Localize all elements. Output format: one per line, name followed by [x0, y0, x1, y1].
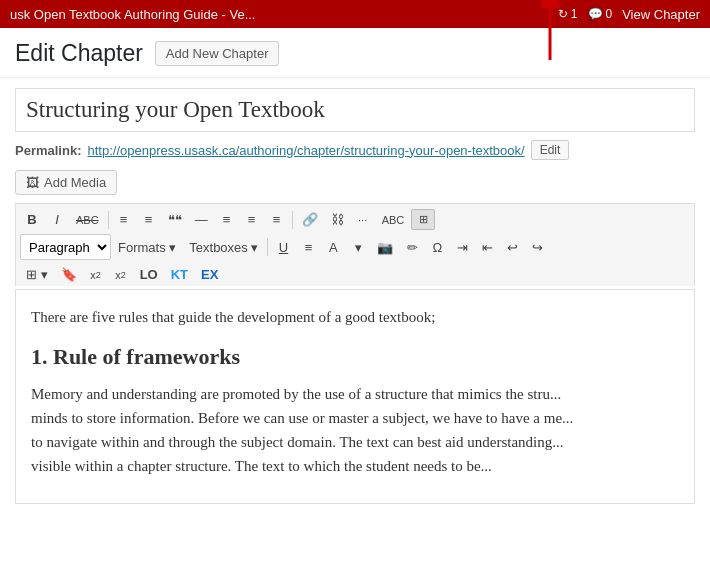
comment-count: 0: [606, 7, 613, 21]
toolbar-row-3: ⊞ ▾ 🔖 x2 x2 LO KT EX: [20, 263, 690, 286]
content-area: Permalink: http://openpress.usask.ca/aut…: [0, 78, 710, 514]
kt-button[interactable]: KT: [165, 263, 194, 286]
lo-button[interactable]: LO: [134, 263, 164, 286]
toolbar-separator-1: [108, 211, 109, 229]
chapter-title-input[interactable]: [15, 88, 695, 132]
ex-button[interactable]: EX: [195, 263, 224, 286]
ordered-list-button[interactable]: ≡: [137, 208, 161, 231]
toolbar-separator-2: [292, 211, 293, 229]
sync-count: 1: [571, 7, 578, 21]
link-button[interactable]: 🔗: [296, 208, 324, 231]
toolbar-separator-3: [267, 238, 268, 256]
admin-bar-title: usk Open Textbook Authoring Guide - Ve..…: [10, 7, 548, 22]
admin-bar: usk Open Textbook Authoring Guide - Ve..…: [0, 0, 710, 28]
indent-decrease-button[interactable]: ⇤: [475, 236, 499, 259]
italic-button[interactable]: I: [45, 208, 69, 231]
permalink-link[interactable]: http://openpress.usask.ca/authoring/chap…: [87, 143, 524, 158]
sync-icon-group: ↻ 1: [558, 7, 578, 21]
editor-body: Memory and understanding are promoted by…: [31, 382, 679, 478]
text-color-dropdown[interactable]: ▾: [346, 236, 370, 259]
add-media-label: Add Media: [44, 175, 106, 190]
paragraph-select[interactable]: Paragraph: [20, 234, 111, 260]
sync-icon: ↻: [558, 7, 568, 21]
align-left-button[interactable]: ≡: [215, 208, 239, 231]
unlink-button[interactable]: ⛓: [325, 208, 350, 231]
unordered-list-button[interactable]: ≡: [112, 208, 136, 231]
justify-button[interactable]: ≡: [296, 236, 320, 259]
omega-button[interactable]: Ω: [425, 236, 449, 259]
add-media-row: 🖼 Add Media: [15, 170, 695, 195]
align-center-button[interactable]: ≡: [240, 208, 264, 231]
toolbar-row-2: Paragraph Formats ▾ Textboxes ▾ U ≡ A ▾ …: [20, 234, 690, 260]
page-header: Edit Chapter Add New Chapter: [0, 28, 710, 78]
bookmark-button[interactable]: 🔖: [55, 263, 83, 286]
editor-heading-1: 1. Rule of frameworks: [31, 339, 679, 374]
strikethrough-button[interactable]: ABC: [70, 210, 105, 230]
underline-button[interactable]: U: [271, 236, 295, 259]
add-media-button[interactable]: 🖼 Add Media: [15, 170, 117, 195]
view-chapter-link[interactable]: View Chapter: [622, 7, 700, 22]
hr-button[interactable]: —: [189, 208, 214, 231]
subscript-button[interactable]: x2: [109, 265, 133, 285]
comment-icon: 💬: [588, 7, 603, 21]
permalink-label: Permalink:: [15, 143, 81, 158]
media-insert-button[interactable]: 📷: [371, 236, 399, 259]
editor-content[interactable]: There are five rules that guide the deve…: [15, 289, 695, 504]
indent-increase-button[interactable]: ⇥: [450, 236, 474, 259]
fullscreen-button[interactable]: ⊞: [411, 209, 435, 230]
insert-more-button[interactable]: ···: [351, 210, 375, 230]
editor-intro: There are five rules that guide the deve…: [31, 305, 679, 329]
permalink-row: Permalink: http://openpress.usask.ca/aut…: [15, 140, 695, 160]
table-button[interactable]: ⊞ ▾: [20, 263, 54, 286]
redo-button[interactable]: ↪: [525, 236, 549, 259]
blockquote-button[interactable]: ❝❝: [162, 208, 188, 231]
undo-button[interactable]: ↩: [500, 236, 524, 259]
textboxes-button[interactable]: Textboxes ▾: [183, 236, 264, 259]
admin-bar-icons: ↻ 1 💬 0: [558, 7, 612, 21]
align-right-button[interactable]: ≡: [265, 208, 289, 231]
highlight-button[interactable]: ✏: [400, 236, 424, 259]
editor-toolbar: B I ABC ≡ ≡ ❝❝ — ≡ ≡ ≡ 🔗 ⛓ ··· ABC ⊞: [15, 203, 695, 286]
bold-button[interactable]: B: [20, 208, 44, 231]
formats-button[interactable]: Formats ▾: [112, 236, 182, 259]
add-new-chapter-button[interactable]: Add New Chapter: [155, 41, 280, 66]
toolbar-row-1: B I ABC ≡ ≡ ❝❝ — ≡ ≡ ≡ 🔗 ⛓ ··· ABC ⊞: [20, 208, 690, 231]
comment-icon-group: 💬 0: [588, 7, 613, 21]
permalink-edit-button[interactable]: Edit: [531, 140, 570, 160]
superscript-button[interactable]: x2: [84, 265, 108, 285]
add-media-icon: 🖼: [26, 175, 39, 190]
page-title: Edit Chapter: [15, 40, 143, 67]
text-color-button[interactable]: A: [321, 236, 345, 259]
spellcheck-button[interactable]: ABC: [376, 210, 411, 230]
